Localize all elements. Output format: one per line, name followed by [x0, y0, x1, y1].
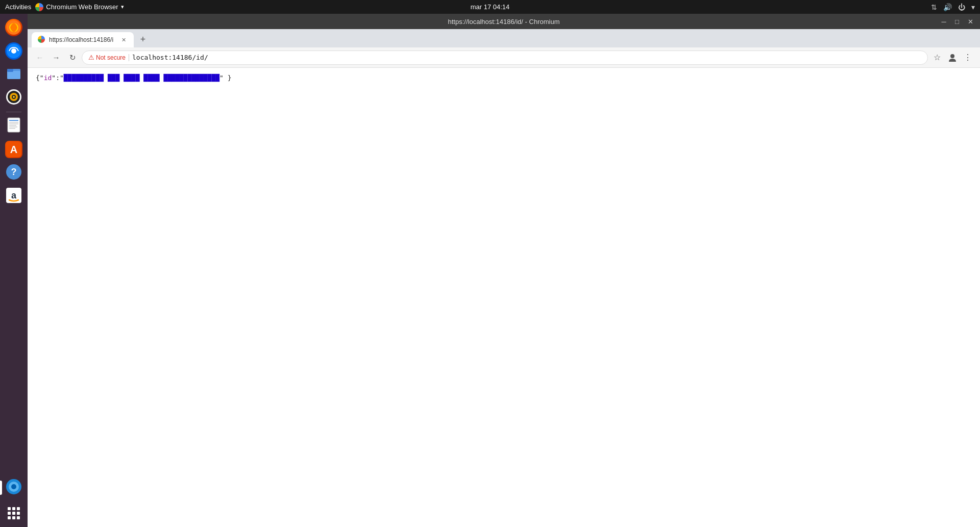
json-brace-close: " } — [219, 74, 231, 82]
tab-favicon-chromium-icon — [38, 36, 45, 43]
tab-title: https://localhost:14186/i — [49, 36, 116, 43]
json-colon: ":" — [52, 74, 63, 82]
close-button[interactable]: ✕ — [965, 16, 976, 27]
writer-icon — [5, 116, 22, 136]
system-bar: Activities Chromium Web Browser ▾ mar 17… — [0, 0, 980, 14]
sidebar: A ? a — [0, 14, 28, 527]
active-app-icon — [5, 478, 22, 497]
chromium-app-name: Chromium Web Browser — [46, 3, 118, 11]
new-tab-button[interactable]: + — [136, 32, 150, 46]
bookmark-button[interactable]: ☆ — [930, 51, 944, 65]
svg-rect-14 — [9, 122, 18, 123]
address-bar: ← → ↻ ⚠ Not secure localhost:14186/id/ ☆ — [28, 47, 980, 68]
svg-rect-13 — [9, 120, 18, 121]
tabs-bar: https://localhost:14186/i ✕ + — [28, 29, 980, 47]
svg-text:a: a — [11, 190, 17, 200]
sidebar-item-active-app[interactable] — [3, 477, 24, 498]
power-icon[interactable]: ⏻ — [958, 3, 965, 11]
address-input-wrapper: ⚠ Not secure localhost:14186/id/ — [82, 51, 928, 65]
profile-button[interactable] — [945, 51, 960, 65]
firefox-icon — [5, 19, 22, 36]
minimize-button[interactable]: ─ — [938, 16, 949, 27]
sidebar-item-writer[interactable] — [3, 115, 24, 137]
sidebar-item-firefox[interactable] — [3, 17, 24, 38]
svg-rect-6 — [7, 69, 13, 72]
chromium-indicator[interactable]: Chromium Web Browser ▾ — [35, 3, 124, 11]
svg-rect-16 — [9, 125, 16, 126]
window-title-bar: https://localhost:14186/id/ - Chromium ─… — [28, 14, 980, 29]
window-title: https://localhost:14186/id/ - Chromium — [448, 18, 560, 26]
show-apps-icon — [8, 507, 20, 519]
address-divider — [129, 54, 129, 61]
json-brace-open: {" — [36, 74, 44, 82]
sidebar-item-thunderbird[interactable] — [3, 40, 24, 62]
system-datetime: mar 17 04:14 — [471, 3, 510, 11]
security-warning[interactable]: ⚠ Not secure — [88, 54, 126, 61]
volume-icon: 🔊 — [943, 3, 952, 11]
help-icon: ? — [5, 163, 22, 183]
rhythmbox-icon — [5, 88, 22, 108]
tab-favicon — [38, 36, 46, 44]
svg-rect-18 — [9, 128, 15, 129]
main-area: A ? a — [0, 14, 980, 527]
chromium-icon — [35, 3, 43, 11]
address-text[interactable]: localhost:14186/id/ — [132, 54, 921, 61]
svg-rect-15 — [9, 123, 18, 124]
back-button[interactable]: ← — [33, 51, 47, 65]
json-value: ██████████ ███ ████ ████ ██████████████ — [64, 74, 219, 82]
activities-button[interactable]: Activities — [5, 3, 31, 11]
network-icon: ⇅ — [931, 3, 937, 11]
warning-icon: ⚠ — [88, 54, 94, 61]
sidebar-item-show-apps[interactable] — [3, 503, 24, 524]
svg-rect-5 — [7, 71, 20, 79]
reload-button[interactable]: ↻ — [65, 51, 80, 65]
page-content: {"id":"██████████ ███ ████ ████ ████████… — [28, 68, 980, 527]
browser-tab[interactable]: https://localhost:14186/i ✕ — [32, 32, 134, 47]
sidebar-item-appcenter[interactable]: A — [3, 139, 24, 160]
svg-point-3 — [11, 48, 16, 54]
svg-point-28 — [950, 54, 954, 58]
toolbar-right: ☆ ⋮ — [930, 51, 975, 65]
settings-icon[interactable]: ▾ — [971, 3, 975, 11]
chromium-dropdown-icon[interactable]: ▾ — [121, 4, 124, 10]
appcenter-icon: A — [5, 141, 22, 158]
sidebar-item-files[interactable] — [3, 64, 24, 85]
svg-rect-17 — [9, 127, 17, 128]
maximize-button[interactable]: □ — [951, 16, 963, 27]
json-key: id — [44, 74, 52, 82]
browser-window: https://localhost:14186/id/ - Chromium ─… — [28, 14, 980, 527]
svg-point-27 — [11, 484, 16, 489]
amazon-icon: a — [5, 187, 22, 206]
svg-text:A: A — [10, 144, 17, 155]
forward-button[interactable]: → — [49, 51, 63, 65]
svg-point-11 — [13, 96, 15, 98]
files-icon — [5, 65, 22, 84]
svg-text:?: ? — [11, 167, 17, 177]
sidebar-item-amazon[interactable]: a — [3, 186, 24, 207]
window-controls: ─ □ ✕ — [938, 16, 976, 27]
sidebar-item-help[interactable]: ? — [3, 162, 24, 184]
menu-button[interactable]: ⋮ — [961, 51, 975, 65]
sidebar-item-rhythmbox[interactable] — [3, 87, 24, 109]
sidebar-divider — [6, 112, 21, 112]
not-secure-label: Not secure — [96, 54, 126, 61]
thunderbird-icon — [5, 42, 22, 60]
tab-close-button[interactable]: ✕ — [119, 36, 128, 44]
